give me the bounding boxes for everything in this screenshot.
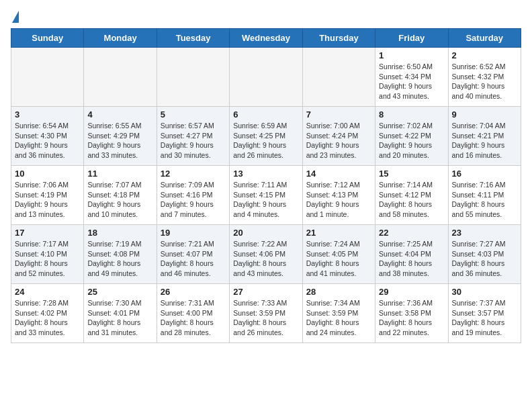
calendar-week-1: 1Sunrise: 6:50 AM Sunset: 4:34 PM Daylig… — [11, 48, 521, 107]
day-number: 23 — [452, 228, 517, 238]
weekday-header-monday: Monday — [84, 29, 157, 48]
calendar-cell: 10Sunrise: 7:06 AM Sunset: 4:19 PM Dayli… — [11, 166, 84, 225]
day-info: Sunrise: 7:00 AM Sunset: 4:24 PM Dayligh… — [306, 121, 371, 161]
calendar-cell: 5Sunrise: 6:57 AM Sunset: 4:27 PM Daylig… — [157, 107, 229, 166]
calendar-week-3: 10Sunrise: 7:06 AM Sunset: 4:19 PM Dayli… — [11, 166, 521, 225]
calendar-cell — [302, 48, 375, 107]
calendar-cell: 27Sunrise: 7:33 AM Sunset: 3:59 PM Dayli… — [230, 284, 302, 343]
day-number: 11 — [87, 169, 152, 179]
day-number: 20 — [233, 228, 298, 238]
calendar-cell: 16Sunrise: 7:16 AM Sunset: 4:11 PM Dayli… — [448, 166, 521, 225]
day-number: 16 — [452, 169, 517, 179]
calendar-cell — [84, 48, 157, 107]
day-info: Sunrise: 6:57 AM Sunset: 4:27 PM Dayligh… — [161, 121, 226, 161]
calendar-cell: 18Sunrise: 7:19 AM Sunset: 4:08 PM Dayli… — [84, 225, 157, 284]
day-info: Sunrise: 7:11 AM Sunset: 4:15 PM Dayligh… — [233, 180, 298, 220]
day-info: Sunrise: 7:33 AM Sunset: 3:59 PM Dayligh… — [233, 298, 298, 338]
day-info: Sunrise: 7:22 AM Sunset: 4:06 PM Dayligh… — [233, 239, 298, 279]
day-number: 25 — [87, 287, 152, 297]
calendar-cell: 26Sunrise: 7:31 AM Sunset: 4:00 PM Dayli… — [157, 284, 229, 343]
calendar-cell: 9Sunrise: 7:04 AM Sunset: 4:21 PM Daylig… — [448, 107, 521, 166]
calendar-cell: 19Sunrise: 7:21 AM Sunset: 4:07 PM Dayli… — [157, 225, 229, 284]
page-header — [11, 11, 521, 23]
day-number: 10 — [15, 169, 80, 179]
calendar-cell — [230, 48, 302, 107]
day-info: Sunrise: 7:36 AM Sunset: 3:58 PM Dayligh… — [379, 298, 444, 338]
day-info: Sunrise: 7:04 AM Sunset: 4:21 PM Dayligh… — [452, 121, 517, 161]
day-number: 27 — [233, 287, 298, 297]
day-info: Sunrise: 6:59 AM Sunset: 4:25 PM Dayligh… — [233, 121, 298, 161]
weekday-header-sunday: Sunday — [11, 29, 84, 48]
calendar-cell: 1Sunrise: 6:50 AM Sunset: 4:34 PM Daylig… — [375, 48, 448, 107]
day-info: Sunrise: 7:07 AM Sunset: 4:18 PM Dayligh… — [87, 180, 152, 220]
calendar-week-2: 3Sunrise: 6:54 AM Sunset: 4:30 PM Daylig… — [11, 107, 521, 166]
calendar-cell: 15Sunrise: 7:14 AM Sunset: 4:12 PM Dayli… — [375, 166, 448, 225]
day-info: Sunrise: 7:28 AM Sunset: 4:02 PM Dayligh… — [15, 298, 80, 338]
day-number: 7 — [306, 109, 371, 120]
day-number: 6 — [233, 109, 298, 120]
weekday-header-row: SundayMondayTuesdayWednesdayThursdayFrid… — [11, 29, 521, 48]
day-number: 15 — [379, 169, 444, 179]
calendar-cell: 28Sunrise: 7:34 AM Sunset: 3:59 PM Dayli… — [302, 284, 375, 343]
day-number: 14 — [306, 169, 371, 179]
day-info: Sunrise: 7:16 AM Sunset: 4:11 PM Dayligh… — [452, 180, 517, 220]
calendar-cell: 22Sunrise: 7:25 AM Sunset: 4:04 PM Dayli… — [375, 225, 448, 284]
day-info: Sunrise: 7:02 AM Sunset: 4:22 PM Dayligh… — [379, 121, 444, 161]
day-info: Sunrise: 7:30 AM Sunset: 4:01 PM Dayligh… — [87, 298, 152, 338]
calendar-cell: 23Sunrise: 7:27 AM Sunset: 4:03 PM Dayli… — [448, 225, 521, 284]
day-number: 12 — [161, 169, 226, 179]
calendar-cell: 11Sunrise: 7:07 AM Sunset: 4:18 PM Dayli… — [84, 166, 157, 225]
calendar-cell — [157, 48, 229, 107]
calendar-week-5: 24Sunrise: 7:28 AM Sunset: 4:02 PM Dayli… — [11, 284, 521, 343]
day-info: Sunrise: 7:19 AM Sunset: 4:08 PM Dayligh… — [87, 239, 152, 279]
calendar-cell: 4Sunrise: 6:55 AM Sunset: 4:29 PM Daylig… — [84, 107, 157, 166]
day-info: Sunrise: 7:14 AM Sunset: 4:12 PM Dayligh… — [379, 180, 444, 220]
calendar-body: 1Sunrise: 6:50 AM Sunset: 4:34 PM Daylig… — [11, 48, 521, 343]
calendar-cell: 7Sunrise: 7:00 AM Sunset: 4:24 PM Daylig… — [302, 107, 375, 166]
day-info: Sunrise: 7:24 AM Sunset: 4:05 PM Dayligh… — [306, 239, 371, 279]
calendar-cell: 17Sunrise: 7:17 AM Sunset: 4:10 PM Dayli… — [11, 225, 84, 284]
day-number: 2 — [452, 50, 517, 60]
day-number: 21 — [306, 228, 371, 238]
calendar-cell: 20Sunrise: 7:22 AM Sunset: 4:06 PM Dayli… — [230, 225, 302, 284]
day-number: 28 — [306, 287, 371, 297]
day-number: 29 — [379, 287, 444, 297]
calendar-cell: 29Sunrise: 7:36 AM Sunset: 3:58 PM Dayli… — [375, 284, 448, 343]
calendar-cell: 6Sunrise: 6:59 AM Sunset: 4:25 PM Daylig… — [230, 107, 302, 166]
day-number: 3 — [15, 109, 80, 120]
weekday-header-friday: Friday — [375, 29, 448, 48]
calendar-cell — [11, 48, 84, 107]
day-number: 19 — [161, 228, 226, 238]
day-info: Sunrise: 6:55 AM Sunset: 4:29 PM Dayligh… — [87, 121, 152, 161]
day-info: Sunrise: 6:54 AM Sunset: 4:30 PM Dayligh… — [15, 121, 80, 161]
calendar-cell: 3Sunrise: 6:54 AM Sunset: 4:30 PM Daylig… — [11, 107, 84, 166]
day-info: Sunrise: 6:50 AM Sunset: 4:34 PM Dayligh… — [379, 62, 444, 101]
day-info: Sunrise: 7:12 AM Sunset: 4:13 PM Dayligh… — [306, 180, 371, 220]
day-number: 9 — [452, 109, 517, 120]
day-number: 26 — [161, 287, 226, 297]
day-number: 22 — [379, 228, 444, 238]
calendar-cell: 21Sunrise: 7:24 AM Sunset: 4:05 PM Dayli… — [302, 225, 375, 284]
day-number: 8 — [379, 109, 444, 120]
calendar-cell: 12Sunrise: 7:09 AM Sunset: 4:16 PM Dayli… — [157, 166, 229, 225]
weekday-header-thursday: Thursday — [302, 29, 375, 48]
day-info: Sunrise: 7:37 AM Sunset: 3:57 PM Dayligh… — [452, 298, 517, 338]
day-info: Sunrise: 7:21 AM Sunset: 4:07 PM Dayligh… — [161, 239, 226, 279]
day-info: Sunrise: 7:27 AM Sunset: 4:03 PM Dayligh… — [452, 239, 517, 279]
day-number: 4 — [87, 109, 152, 120]
day-info: Sunrise: 7:06 AM Sunset: 4:19 PM Dayligh… — [15, 180, 80, 220]
weekday-header-tuesday: Tuesday — [157, 29, 229, 48]
day-number: 24 — [15, 287, 80, 297]
day-number: 30 — [452, 287, 517, 297]
day-info: Sunrise: 6:52 AM Sunset: 4:32 PM Dayligh… — [452, 62, 517, 101]
weekday-header-saturday: Saturday — [448, 29, 521, 48]
day-number: 18 — [87, 228, 152, 238]
calendar-table: SundayMondayTuesdayWednesdayThursdayFrid… — [11, 28, 521, 343]
day-number: 17 — [15, 228, 80, 238]
calendar-cell: 25Sunrise: 7:30 AM Sunset: 4:01 PM Dayli… — [84, 284, 157, 343]
logo-triangle-icon — [12, 11, 19, 23]
calendar-week-4: 17Sunrise: 7:17 AM Sunset: 4:10 PM Dayli… — [11, 225, 521, 284]
logo — [11, 11, 19, 23]
day-number: 5 — [161, 109, 226, 120]
day-info: Sunrise: 7:34 AM Sunset: 3:59 PM Dayligh… — [306, 298, 371, 338]
